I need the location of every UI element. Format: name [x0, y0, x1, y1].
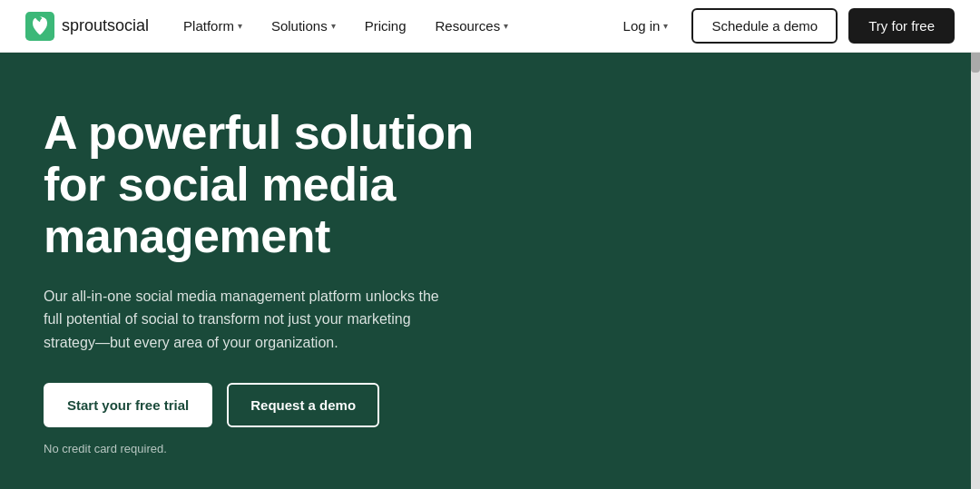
resources-chevron-icon: ▾	[504, 21, 508, 31]
navbar: sproutsocial Platform ▾ Solutions ▾ Pric…	[0, 0, 980, 53]
solutions-chevron-icon: ▾	[331, 21, 336, 31]
hero-content: A powerful solution for social media man…	[44, 107, 515, 489]
schedule-demo-button[interactable]: Schedule a demo	[691, 8, 838, 44]
navbar-nav: Platform ▾ Solutions ▾ Pricing Resources…	[171, 11, 611, 41]
hero-title: A powerful solution for social media man…	[44, 107, 515, 263]
nav-solutions[interactable]: Solutions ▾	[259, 11, 348, 41]
hero-section: A powerful solution for social media man…	[0, 53, 980, 489]
hero-buttons: Start your free trial Request a demo	[44, 383, 515, 427]
logo-text: sproutsocial	[62, 16, 149, 35]
login-button[interactable]: Log in ▾	[611, 11, 681, 41]
no-credit-card-text: No credit card required.	[44, 442, 515, 455]
logo[interactable]: sproutsocial	[25, 12, 149, 41]
sprout-logo-icon	[25, 12, 54, 41]
try-free-button[interactable]: Try for free	[848, 8, 955, 44]
hero-description: Our all-in-one social media management p…	[44, 285, 443, 355]
scrollbar[interactable]	[971, 0, 980, 489]
request-demo-button[interactable]: Request a demo	[227, 383, 379, 427]
login-chevron-icon: ▾	[663, 21, 668, 31]
nav-platform[interactable]: Platform ▾	[171, 11, 255, 41]
nav-resources[interactable]: Resources ▾	[423, 11, 522, 41]
navbar-actions: Log in ▾ Schedule a demo Try for free	[611, 8, 955, 44]
platform-chevron-icon: ▾	[238, 21, 242, 31]
start-trial-button[interactable]: Start your free trial	[44, 383, 212, 427]
nav-pricing[interactable]: Pricing	[352, 11, 419, 41]
